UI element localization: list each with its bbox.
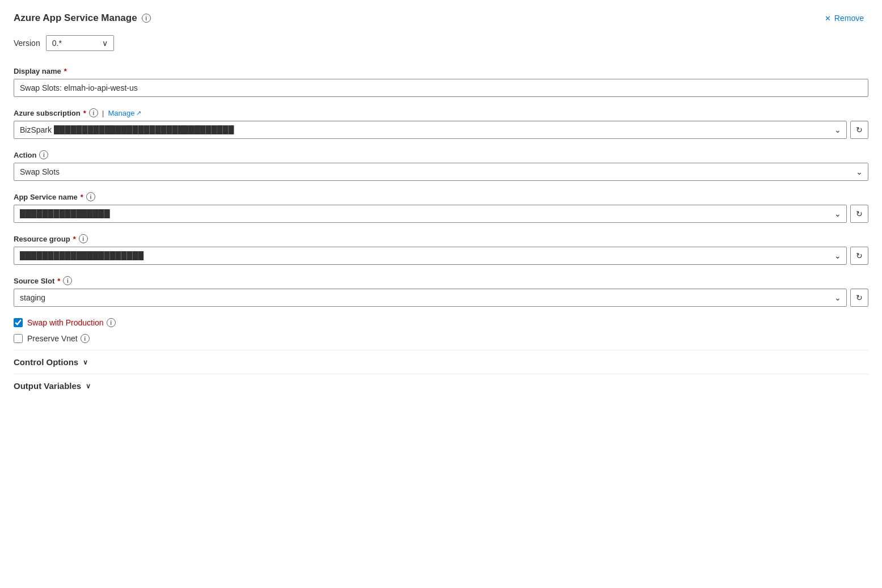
azure-subscription-group: Azure subscription * i | Manage ↗ BizSpa… [14, 108, 868, 139]
source-slot-label: Source Slot * i [14, 276, 868, 285]
display-name-group: Display name * [14, 67, 868, 97]
resource-group-group: Resource group * i █████████████████████… [14, 234, 868, 265]
swap-with-production-info-icon[interactable]: i [107, 318, 116, 327]
version-row: Version 0.* ∨ [14, 35, 868, 51]
output-variables-section[interactable]: Output Variables ∨ [14, 374, 868, 397]
source-slot-field-row: staging ⌄ ↻ [14, 289, 868, 307]
display-name-input[interactable] [14, 79, 868, 97]
preserve-vnet-info-icon[interactable]: i [81, 334, 90, 343]
version-select[interactable]: 0.* ∨ [46, 35, 114, 51]
form-title: Azure App Service Manage [14, 12, 137, 24]
action-label: Action i [14, 150, 868, 159]
swap-with-production-label[interactable]: Swap with Production i [27, 318, 116, 327]
action-select[interactable]: Swap Slots Start Stop Restart Delete Slo… [14, 163, 868, 181]
resource-group-info-icon[interactable]: i [79, 234, 88, 243]
output-variables-label: Output Variables [14, 381, 81, 391]
app-service-name-select-wrapper: ████████████████ ⌄ [14, 205, 847, 223]
title-info-icon[interactable]: i [142, 14, 151, 23]
control-options-label: Control Options [14, 357, 78, 367]
subscription-required: * [83, 109, 86, 117]
source-slot-select[interactable]: staging [14, 289, 847, 307]
action-select-wrapper: Swap Slots Start Stop Restart Delete Slo… [14, 163, 868, 181]
remove-button[interactable]: ✕ Remove [820, 11, 868, 25]
action-group: Action i Swap Slots Start Stop Restart D… [14, 150, 868, 181]
version-label: Version [14, 39, 40, 48]
azure-subscription-label-row: Azure subscription * i | Manage ↗ [14, 108, 868, 117]
form-title-area: Azure App Service Manage i [14, 12, 151, 24]
resource-group-refresh-button[interactable]: ↻ [850, 247, 868, 265]
resource-group-field-row: ██████████████████████ ⌄ ↻ [14, 247, 868, 265]
display-name-required: * [64, 67, 67, 75]
preserve-vnet-label[interactable]: Preserve Vnet i [27, 334, 90, 343]
source-slot-refresh-button[interactable]: ↻ [850, 289, 868, 307]
action-field-row: Swap Slots Start Stop Restart Delete Slo… [14, 163, 868, 181]
source-slot-group: Source Slot * i staging ⌄ ↻ [14, 276, 868, 307]
app-service-name-group: App Service name * i ████████████████ ⌄ … [14, 192, 868, 223]
control-options-section[interactable]: Control Options ∨ [14, 350, 868, 374]
version-chevron-icon: ∨ [102, 39, 108, 48]
app-service-name-refresh-button[interactable]: ↻ [850, 205, 868, 223]
version-value: 0.* [52, 39, 62, 48]
swap-with-production-checkbox[interactable] [14, 318, 23, 327]
swap-with-production-row: Swap with Production i [14, 318, 868, 327]
subscription-select-wrapper: BizSpark ███████████████████████████████… [14, 121, 847, 139]
pipe-separator: | [102, 109, 104, 117]
external-link-icon: ↗ [136, 109, 141, 117]
resource-group-required: * [73, 235, 76, 243]
control-options-chevron-icon: ∨ [83, 358, 88, 366]
manage-link[interactable]: Manage ↗ [108, 109, 141, 117]
output-variables-chevron-icon: ∨ [86, 382, 91, 390]
subscription-info-icon[interactable]: i [89, 108, 98, 117]
source-slot-select-wrapper: staging ⌄ [14, 289, 847, 307]
app-service-name-select[interactable]: ████████████████ [14, 205, 847, 223]
subscription-select[interactable]: BizSpark ███████████████████████████████… [14, 121, 847, 139]
app-service-name-required: * [81, 193, 83, 201]
resource-group-label: Resource group * i [14, 234, 868, 243]
remove-label: Remove [834, 14, 864, 23]
action-info-icon[interactable]: i [39, 150, 48, 159]
resource-group-select-wrapper: ██████████████████████ ⌄ [14, 247, 847, 265]
display-name-label: Display name * [14, 67, 868, 75]
app-service-name-field-row: ████████████████ ⌄ ↻ [14, 205, 868, 223]
source-slot-required: * [57, 277, 60, 285]
subscription-refresh-button[interactable]: ↻ [850, 121, 868, 139]
source-slot-info-icon[interactable]: i [63, 276, 72, 285]
app-service-name-label: App Service name * i [14, 192, 868, 201]
app-service-name-info-icon[interactable]: i [86, 192, 95, 201]
subscription-field-row: BizSpark ███████████████████████████████… [14, 121, 868, 139]
form-header: Azure App Service Manage i ✕ Remove [14, 11, 868, 25]
preserve-vnet-row: Preserve Vnet i [14, 334, 868, 343]
preserve-vnet-checkbox[interactable] [14, 334, 23, 343]
resource-group-select[interactable]: ██████████████████████ [14, 247, 847, 265]
remove-x-icon: ✕ [825, 14, 831, 23]
